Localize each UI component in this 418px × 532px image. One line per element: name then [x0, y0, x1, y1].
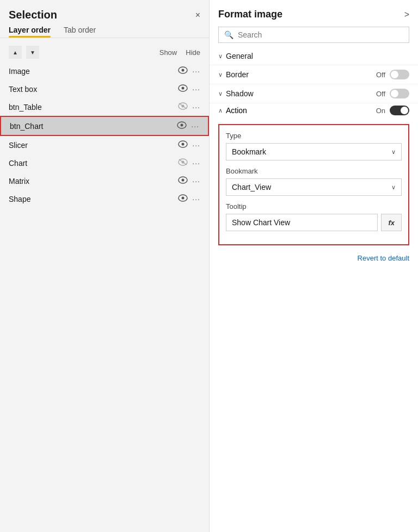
bookmark-dropdown-arrow: ∨ [391, 184, 396, 191]
action-chevron: ∧ [218, 107, 223, 114]
svg-point-1 [182, 69, 185, 72]
type-dropdown-arrow: ∨ [391, 149, 396, 156]
tabs-row: Layer order Tab order [0, 26, 209, 38]
layer-item-icons: ··· [177, 121, 199, 131]
eye-off-icon[interactable] [178, 102, 188, 112]
type-field-group: Type Bookmark ∨ [226, 132, 402, 160]
bookmark-dropdown-value: Chart_View [232, 183, 271, 191]
layer-item[interactable]: Image··· [0, 62, 209, 80]
tab-layer-order[interactable]: Layer order [9, 26, 51, 38]
section-shadow[interactable]: ∨ Shadow Off [210, 84, 418, 103]
layer-item-icons: ··· [178, 176, 200, 185]
hide-label[interactable]: Hide [186, 48, 200, 57]
layer-item-icons: ··· [178, 194, 200, 203]
more-options-icon[interactable]: ··· [192, 195, 200, 203]
layer-item-name: Slicer [9, 141, 178, 150]
tooltip-field-label: Tooltip [226, 202, 402, 211]
border-label: ∨ Border [218, 70, 249, 79]
show-label[interactable]: Show [159, 48, 177, 57]
general-label: ∨ General [218, 52, 253, 60]
more-options-icon[interactable]: ··· [192, 159, 200, 168]
section-general[interactable]: ∨ General [210, 47, 418, 65]
layer-item[interactable]: Matrix··· [0, 172, 209, 190]
layer-item[interactable]: Slicer··· [0, 136, 209, 154]
eye-icon[interactable] [178, 140, 188, 150]
eye-off-icon[interactable] [178, 158, 188, 168]
svg-line-13 [179, 159, 187, 165]
more-options-icon[interactable]: ··· [192, 85, 200, 94]
tab-tab-order[interactable]: Tab order [64, 26, 96, 38]
close-icon[interactable]: × [195, 11, 200, 20]
layer-item[interactable]: btn_Chart··· [0, 116, 209, 136]
search-bar: 🔍 [218, 27, 409, 43]
right-arrow-icon[interactable]: > [404, 10, 409, 20]
svg-line-6 [179, 103, 187, 109]
tooltip-field-group: Tooltip fx [226, 202, 402, 231]
eye-icon[interactable] [178, 194, 188, 203]
action-toggle-label: On [376, 107, 385, 115]
layer-item-name: btn_Table [9, 103, 178, 112]
type-dropdown-value: Bookmark [232, 147, 266, 156]
panel-title: Selection [9, 9, 57, 21]
action-toggle-thumb [401, 107, 408, 114]
border-text: Border [226, 70, 249, 79]
general-text: General [226, 52, 253, 60]
action-toggle[interactable] [390, 106, 409, 115]
tooltip-input[interactable] [226, 214, 378, 231]
more-options-icon[interactable]: ··· [192, 141, 200, 150]
eye-icon[interactable] [177, 121, 187, 131]
bookmark-field-group: Bookmark Chart_View ∨ [226, 167, 402, 196]
border-toggle-container: Off [376, 70, 409, 79]
border-toggle-label: Off [376, 71, 385, 79]
action-row-header[interactable]: ∧ Action On [210, 103, 418, 120]
bookmark-field-label: Bookmark [226, 167, 402, 175]
layer-item-name: Text box [9, 85, 178, 94]
layer-item-name: Shape [9, 195, 178, 203]
layer-item[interactable]: Shape··· [0, 190, 209, 208]
layer-item-icons: ··· [178, 102, 200, 112]
more-options-icon[interactable]: ··· [192, 103, 200, 112]
move-up-button[interactable]: ▲ [9, 46, 22, 59]
revert-link[interactable]: Revert to default [210, 250, 418, 267]
action-toggle-container: On [376, 106, 409, 115]
type-dropdown[interactable]: Bookmark ∨ [226, 143, 402, 160]
section-border[interactable]: ∨ Border Off [210, 65, 418, 84]
more-options-icon[interactable]: ··· [192, 177, 200, 185]
search-input[interactable] [238, 30, 403, 39]
eye-icon[interactable] [178, 66, 188, 76]
svg-point-10 [182, 143, 185, 146]
svg-point-15 [182, 179, 185, 182]
svg-point-8 [181, 124, 183, 127]
tooltip-row: fx [226, 214, 402, 231]
layer-item[interactable]: Chart··· [0, 154, 209, 172]
shadow-toggle[interactable] [390, 89, 409, 98]
shadow-toggle-thumb [391, 90, 398, 97]
left-panel: Selection × Layer order Tab order ▲ ▼ Sh… [0, 0, 210, 532]
border-chevron: ∨ [218, 71, 223, 78]
fx-button[interactable]: fx [381, 214, 402, 231]
layer-item[interactable]: btn_Table··· [0, 98, 209, 116]
eye-icon[interactable] [178, 84, 188, 94]
layer-item-name: Chart [9, 159, 178, 168]
bookmark-dropdown[interactable]: Chart_View ∨ [226, 178, 402, 196]
more-options-icon[interactable]: ··· [191, 122, 199, 131]
layer-item[interactable]: Text box··· [0, 80, 209, 98]
layer-item-icons: ··· [178, 140, 200, 150]
eye-icon[interactable] [178, 176, 188, 185]
action-label: ∧ Action [218, 106, 247, 115]
shadow-text: Shadow [226, 89, 254, 98]
show-hide-labels: Show Hide [159, 48, 200, 57]
action-text: Action [226, 106, 247, 115]
move-down-button[interactable]: ▼ [26, 46, 39, 59]
shadow-chevron: ∨ [218, 90, 223, 97]
layer-item-name: Matrix [9, 177, 178, 185]
layer-item-name: Image [9, 67, 178, 76]
panel-header: Selection × [0, 0, 209, 26]
border-toggle[interactable] [390, 70, 409, 79]
more-options-icon[interactable]: ··· [192, 67, 200, 76]
shadow-label: ∨ Shadow [218, 89, 254, 98]
right-header: Format image > [210, 0, 418, 24]
svg-point-3 [182, 87, 185, 90]
search-icon: 🔍 [224, 30, 233, 39]
shadow-toggle-container: Off [376, 89, 409, 98]
